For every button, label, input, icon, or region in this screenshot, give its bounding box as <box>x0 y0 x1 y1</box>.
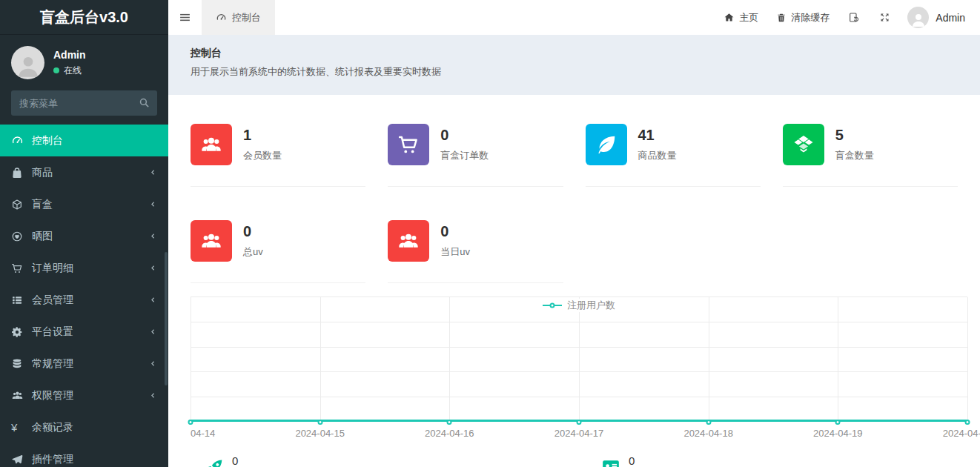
stat-label: 商品数量 <box>638 149 677 162</box>
sidebar-item-members[interactable]: 会员管理 <box>0 284 168 316</box>
chart-point <box>188 420 193 425</box>
sidebar-item-label: 控制台 <box>32 134 63 148</box>
sidebar-item-orders[interactable]: 订单明细 <box>0 252 168 284</box>
refresh-icon[interactable] <box>838 0 870 35</box>
sidebar-item-general[interactable]: 常规管理 <box>0 348 168 380</box>
users-icon <box>388 220 429 262</box>
clear-cache-button[interactable]: 清除缓存 <box>767 0 838 35</box>
sidebar-item-label: 权限管理 <box>32 389 73 403</box>
chart-point <box>577 420 582 425</box>
chart-point <box>706 420 711 425</box>
chart-x-labels: 04-142024-04-152024-04-162024-04-172024-… <box>191 428 967 446</box>
sidebar-item-photos[interactable]: 晒图 <box>0 220 168 252</box>
stat-value: 0 <box>440 223 470 240</box>
chart-x-label: 2024-04-19 <box>813 428 863 439</box>
sidebar-menu: 控制台 商品 盲盒 晒图 <box>0 125 168 467</box>
online-dot-icon <box>53 67 59 73</box>
footer-stat-value: 0 <box>629 454 667 467</box>
chart-point <box>447 420 452 425</box>
sidebar-user-panel: Admin 在线 <box>0 35 168 90</box>
page-header: 控制台 用于展示当前系统中的统计数据、统计报表及重要实时数据 <box>168 35 980 95</box>
tab-dashboard[interactable]: 控制台 <box>202 0 275 35</box>
stat-value: 0 <box>440 127 489 144</box>
clear-cache-label: 清除缓存 <box>791 11 830 24</box>
user-avatar <box>907 7 929 28</box>
stats-grid: 1 会员数量 0 盲盒订单数 41 商品数量 <box>191 113 958 283</box>
sidebar-item-label: 平台设置 <box>32 325 73 339</box>
registered-users-chart: 注册用户数 04-142024-04-152024-04-162024-04-1… <box>191 297 967 446</box>
legend-label: 注册用户数 <box>567 299 615 312</box>
trash-icon <box>776 13 787 23</box>
list-icon <box>11 294 27 306</box>
sidebar-item-balance[interactable]: ¥ 余额记录 <box>0 411 168 443</box>
sidebar-item-blindbox[interactable]: 盲盒 <box>0 188 168 220</box>
chevron-left-icon <box>149 264 157 272</box>
sidebar-search <box>11 90 157 116</box>
avatar <box>11 46 44 79</box>
user-menu[interactable]: Admin <box>900 0 980 35</box>
chart-x-label: 2024-04-20 <box>943 428 980 439</box>
users-icon <box>11 389 27 402</box>
user-name: Admin <box>53 49 86 61</box>
sidebar-item-label: 商品 <box>32 166 53 179</box>
stat-card-total-uv: 0 总uv <box>191 210 365 283</box>
paper-plane-icon <box>11 454 27 466</box>
stat-card-box-orders: 0 盲盒订单数 <box>388 113 563 187</box>
stat-label: 当日uv <box>440 245 470 259</box>
stat-card-goods: 41 商品数量 <box>586 113 761 187</box>
chart-point <box>317 420 322 425</box>
top-navbar: 控制台 主页 清除缓存 Admin <box>168 0 980 35</box>
footer-stats: 0 今日注册 0 今日登录 <box>191 454 958 467</box>
home-label: 主页 <box>739 11 758 24</box>
today-login-stat: 0 今日登录 <box>600 454 667 467</box>
today-registered-stat: 0 今日注册 <box>204 454 271 467</box>
rocket-icon <box>204 454 225 467</box>
chevron-left-icon <box>149 328 157 336</box>
sidebar-item-platform-settings[interactable]: 平台设置 <box>0 316 168 348</box>
stat-value: 41 <box>638 127 677 144</box>
chart-x-label: 2024-04-17 <box>554 428 604 439</box>
page-title: 控制台 <box>191 47 958 60</box>
sidebar-item-permissions[interactable]: 权限管理 <box>0 380 168 411</box>
chevron-left-icon <box>149 232 157 240</box>
chevron-left-icon <box>149 200 157 208</box>
stat-value: 5 <box>835 127 874 144</box>
yen-icon: ¥ <box>11 421 27 434</box>
search-input[interactable] <box>11 90 157 116</box>
chart-x-label: 2024-04-18 <box>683 428 733 439</box>
sidebar-item-label: 插件管理 <box>32 453 73 466</box>
user-status-label: 在线 <box>64 64 82 77</box>
chart-x-label: 2024-04-16 <box>425 428 474 439</box>
sidebar: 盲盒后台v3.0 Admin 在线 控制台 商 <box>0 0 168 467</box>
sidebar-item-goods[interactable]: 商品 <box>0 156 168 188</box>
sidebar-item-label: 订单明细 <box>32 262 73 275</box>
chevron-left-icon <box>149 296 157 304</box>
cart-icon <box>388 124 429 165</box>
sidebar-item-plugins[interactable]: 插件管理 <box>0 443 168 467</box>
dropbox-icon <box>783 124 824 165</box>
tab-label: 控制台 <box>232 11 261 24</box>
database-icon <box>11 358 27 370</box>
chart-point <box>835 420 841 425</box>
home-icon <box>724 12 735 23</box>
app-logo: 盲盒后台v3.0 <box>0 0 168 35</box>
stat-value: 0 <box>243 223 263 240</box>
footer-stat-value: 0 <box>232 454 271 467</box>
sidebar-item-label: 常规管理 <box>32 357 73 371</box>
shopping-bag-icon <box>11 167 27 179</box>
fullscreen-icon[interactable] <box>870 0 900 35</box>
bars-icon <box>179 11 191 24</box>
stat-value: 1 <box>243 127 282 144</box>
sidebar-item-label: 会员管理 <box>32 294 73 307</box>
sidebar-item-dashboard[interactable]: 控制台 <box>0 125 168 156</box>
menu-toggle-button[interactable] <box>168 0 202 35</box>
heart-circle-icon <box>11 231 27 242</box>
search-icon[interactable] <box>138 96 150 109</box>
id-card-icon <box>600 454 621 467</box>
sidebar-scrollbar[interactable] <box>165 252 168 385</box>
chart-legend[interactable]: 注册用户数 <box>539 299 619 312</box>
home-button[interactable]: 主页 <box>715 0 767 35</box>
cart-icon <box>11 262 27 274</box>
cube-icon <box>11 199 27 211</box>
gear-icon <box>11 326 27 338</box>
